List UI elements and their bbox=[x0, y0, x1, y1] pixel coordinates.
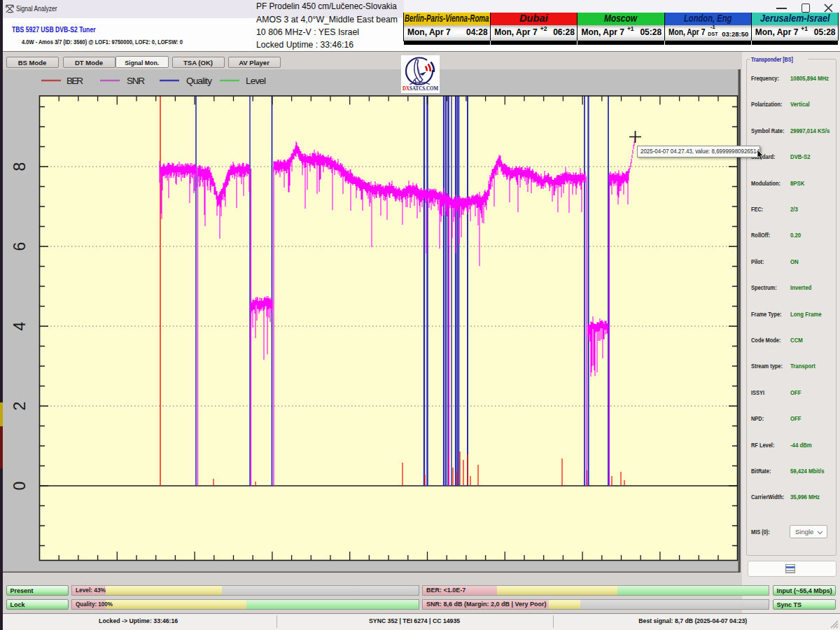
svg-text:8: 8 bbox=[10, 162, 29, 172]
svg-text:4: 4 bbox=[10, 321, 29, 330]
svg-text:SNR: SNR bbox=[127, 76, 145, 86]
svg-text:2: 2 bbox=[10, 402, 29, 411]
svg-text:BER: BER bbox=[66, 76, 83, 86]
svg-text:DXSATCS.COM: DXSATCS.COM bbox=[402, 85, 438, 92]
svg-text:0: 0 bbox=[10, 482, 29, 491]
svg-text:Level: Level bbox=[246, 76, 266, 86]
svg-text:6: 6 bbox=[10, 242, 29, 251]
svg-text:Quality: Quality bbox=[186, 76, 212, 86]
